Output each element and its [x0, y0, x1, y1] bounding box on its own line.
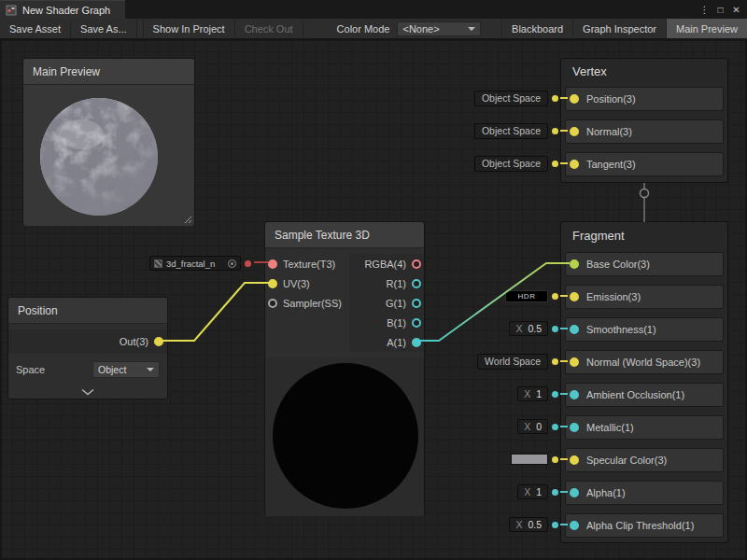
resize-handle[interactable]: [184, 216, 192, 224]
g-port[interactable]: [412, 299, 421, 308]
world-space-dropdown[interactable]: World Space: [477, 354, 548, 370]
texture-port[interactable]: [268, 259, 277, 269]
block-alpha-clip-threshold[interactable]: Alpha Clip Threshold(1): [565, 513, 724, 538]
normal-port[interactable]: [570, 127, 579, 136]
block-tangent[interactable]: Tangent(3): [565, 152, 724, 176]
color-mode-dropdown[interactable]: <None>: [397, 21, 481, 36]
rgba-output-row[interactable]: RGBA(4): [350, 254, 424, 273]
alpha-field[interactable]: X 1: [517, 484, 548, 499]
widget-dot[interactable]: [552, 161, 558, 167]
block-metallic[interactable]: Metallic(1): [565, 415, 724, 440]
alpha-clip-threshold-field[interactable]: X 0.5: [509, 517, 548, 532]
widget-dot[interactable]: [552, 522, 558, 528]
block-ambient-occlusion[interactable]: Ambient Occlusion(1): [565, 383, 724, 407]
maximize-icon[interactable]: □: [712, 1, 728, 18]
tab-new-shader-graph[interactable]: New Shader Graph: [0, 0, 125, 19]
main-preview-header[interactable]: Main Preview: [23, 59, 194, 85]
graph-canvas[interactable]: Main Preview: [0, 39, 747, 560]
normal-space-dropdown[interactable]: Object Space: [474, 123, 548, 139]
graph-inspector-toggle[interactable]: Graph Inspector: [572, 19, 666, 38]
specular-color-port[interactable]: [570, 455, 579, 465]
widget-dot[interactable]: [552, 128, 558, 134]
widget-dot[interactable]: [245, 260, 251, 267]
main-preview-toggle[interactable]: Main Preview: [666, 19, 747, 38]
main-preview-sphere[interactable]: [23, 85, 194, 226]
block-normal[interactable]: Normal(3): [565, 119, 724, 144]
a-port[interactable]: [412, 338, 421, 347]
widget-dot[interactable]: [552, 489, 558, 496]
block-normal-world-space[interactable]: Normal (World Space)(3): [565, 350, 724, 374]
block-position[interactable]: Position(3): [565, 87, 724, 111]
r-port[interactable]: [412, 279, 421, 288]
blackboard-toggle[interactable]: Blackboard: [501, 19, 572, 38]
position-node-header[interactable]: Position: [8, 298, 167, 324]
vertex-fragment-connector[interactable]: [641, 183, 649, 222]
base-color-port[interactable]: [570, 259, 579, 269]
edge-position-to-uv[interactable]: [161, 283, 269, 341]
widget-dot[interactable]: [552, 456, 558, 463]
r-output-row[interactable]: R(1): [350, 273, 424, 293]
specular-color-swatch[interactable]: [511, 454, 548, 465]
tangent-port[interactable]: [570, 160, 579, 169]
metallic-port[interactable]: [570, 423, 579, 432]
texture-object-field[interactable]: 3d_fractal_n: [149, 256, 241, 271]
object-picker-icon[interactable]: [228, 259, 236, 268]
block-specular-color[interactable]: Specular Color(3): [565, 448, 724, 472]
block-emission[interactable]: Emission(3): [565, 285, 724, 309]
emission-hdr-swatch[interactable]: HDR: [505, 290, 548, 302]
block-smoothness[interactable]: Smoothness(1): [565, 317, 724, 342]
position-port[interactable]: [570, 94, 579, 104]
b-port[interactable]: [412, 318, 421, 328]
texture-input-row[interactable]: Texture(T3): [265, 254, 350, 273]
vertex-node[interactable]: Vertex Position(3) Normal(3) Tangent(3): [560, 58, 728, 183]
widget-dot[interactable]: [552, 391, 558, 398]
alpha-clip-threshold-port[interactable]: [570, 521, 579, 530]
out-port[interactable]: [154, 337, 163, 346]
smoothness-port[interactable]: [570, 325, 579, 334]
field-value[interactable]: 1: [536, 486, 542, 497]
uv-input-row[interactable]: UV(3): [265, 273, 350, 293]
ambient-occlusion-field[interactable]: X 1: [517, 386, 548, 401]
alpha-port[interactable]: [570, 488, 579, 497]
fragment-node[interactable]: Fragment Base Color(3) Emission(3) Smoot…: [560, 221, 728, 543]
out-row[interactable]: Out(3): [8, 329, 167, 354]
metallic-field[interactable]: X 0: [517, 419, 548, 434]
sample-texture-3d-node[interactable]: Sample Texture 3D Texture(T3) UV(3) Samp…: [264, 221, 425, 515]
node-expander[interactable]: [8, 384, 167, 400]
block-base-color[interactable]: Base Color(3): [565, 252, 724, 276]
save-asset-button[interactable]: Save Asset: [0, 19, 71, 38]
sample-texture-3d-preview[interactable]: [265, 357, 424, 516]
space-dropdown[interactable]: Object: [92, 361, 160, 378]
field-value[interactable]: 0: [536, 421, 542, 432]
save-as-button[interactable]: Save As...: [71, 19, 137, 38]
field-value[interactable]: 0.5: [528, 323, 542, 334]
tangent-space-dropdown[interactable]: Object Space: [474, 156, 548, 172]
widget-dot[interactable]: [552, 293, 558, 300]
widget-dot[interactable]: [552, 95, 558, 102]
widget-dot[interactable]: [552, 326, 558, 332]
fragment-header[interactable]: Fragment: [561, 222, 727, 248]
b-output-row[interactable]: B(1): [350, 313, 424, 332]
normal-ws-port[interactable]: [570, 357, 579, 367]
rgba-port[interactable]: [412, 259, 421, 269]
position-node[interactable]: Position Out(3) Space Object: [7, 297, 168, 399]
ambient-occlusion-port[interactable]: [570, 390, 579, 399]
smoothness-field[interactable]: X 0.5: [509, 321, 548, 336]
position-space-dropdown[interactable]: Object Space: [474, 91, 548, 106]
sampler-port[interactable]: [268, 299, 277, 308]
field-value[interactable]: 0.5: [528, 519, 542, 530]
sampler-input-row[interactable]: Sampler(SS): [265, 293, 350, 313]
a-output-row[interactable]: A(1): [350, 332, 424, 352]
menu-icon[interactable]: ⋮: [697, 1, 712, 18]
field-value[interactable]: 1: [536, 388, 542, 399]
g-output-row[interactable]: G(1): [350, 293, 424, 313]
vertex-header[interactable]: Vertex: [561, 59, 727, 83]
main-preview-panel[interactable]: Main Preview: [22, 58, 195, 226]
block-alpha[interactable]: Alpha(1): [565, 481, 724, 505]
emission-port[interactable]: [570, 292, 579, 301]
widget-dot[interactable]: [552, 358, 558, 365]
close-icon[interactable]: ✕: [728, 1, 744, 18]
sample-texture-3d-header[interactable]: Sample Texture 3D: [265, 222, 424, 248]
uv-port[interactable]: [268, 279, 277, 288]
widget-dot[interactable]: [552, 424, 558, 430]
